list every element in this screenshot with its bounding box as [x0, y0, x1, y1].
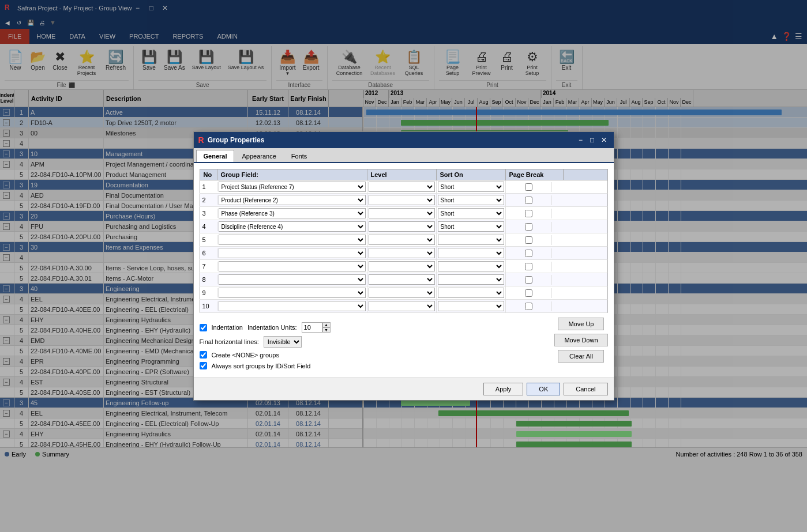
sort-select-8[interactable] — [438, 274, 504, 285]
col-break-header: Page Break — [506, 169, 564, 180]
row-no-1: 1 — [200, 182, 217, 191]
field-select-6[interactable] — [219, 248, 366, 258]
field-select-3[interactable]: Phase (Reference 3) — [219, 208, 366, 218]
clear-all-btn[interactable]: Clear All — [558, 350, 604, 363]
break-check-1[interactable] — [525, 183, 532, 191]
sort-select-10[interactable] — [438, 301, 504, 311]
level-select-10[interactable] — [369, 301, 435, 311]
tab-fonts[interactable]: Fonts — [284, 150, 315, 162]
indentation-units-label: Indentation Units: — [247, 324, 297, 331]
field-select-4[interactable]: Discipline (Reference 4) — [219, 221, 366, 232]
spin-down-btn[interactable]: ▼ — [322, 327, 331, 333]
sort-select-2[interactable]: Short — [438, 195, 504, 205]
final-lines-select[interactable]: Invisible Visible — [264, 336, 302, 348]
break-check-7[interactable] — [525, 263, 532, 270]
row-no-2: 2 — [200, 195, 217, 205]
row-level-2 — [367, 194, 437, 206]
level-select-9[interactable] — [369, 288, 435, 298]
row-break-9 — [506, 288, 552, 298]
break-check-3[interactable] — [525, 210, 532, 217]
row-break-3 — [506, 209, 552, 218]
dialog-minimize-btn[interactable]: − — [576, 135, 586, 145]
dialog-tabs: General Appearance Fonts — [194, 148, 614, 163]
sort-select-6[interactable] — [438, 248, 504, 258]
sort-select-7[interactable] — [438, 261, 504, 271]
field-select-10[interactable] — [219, 301, 366, 311]
tab-appearance[interactable]: Appearance — [234, 150, 283, 162]
row-field-8 — [217, 273, 367, 286]
row-sort-2: Short — [437, 194, 506, 206]
spin-buttons: ▲ ▼ — [322, 322, 331, 333]
field-select-2[interactable]: Product (Reference 2) — [219, 195, 366, 205]
field-select-8[interactable] — [219, 274, 366, 285]
row-field-7 — [217, 260, 367, 273]
tab-general[interactable]: General — [196, 150, 235, 162]
row-level-6 — [367, 247, 437, 259]
always-sort-row: Always sort groups by ID/Sort Field — [200, 362, 550, 369]
cancel-btn[interactable]: Cancel — [564, 383, 607, 395]
level-select-4[interactable] — [369, 221, 435, 232]
sort-select-5[interactable] — [438, 235, 504, 245]
break-check-8[interactable] — [525, 276, 532, 284]
sort-select-3[interactable]: Short — [438, 208, 504, 218]
row-sort-4: Short — [437, 220, 506, 233]
level-select-3[interactable] — [369, 208, 435, 218]
level-select-6[interactable] — [369, 248, 435, 258]
field-select-7[interactable] — [219, 261, 366, 271]
move-down-btn[interactable]: Move Down — [554, 334, 607, 346]
field-select-9[interactable] — [219, 288, 366, 298]
row-level-8 — [367, 273, 437, 286]
level-select-8[interactable] — [369, 274, 435, 285]
level-select-7[interactable] — [369, 261, 435, 271]
indentation-label: Indentation — [212, 324, 243, 331]
create-none-row: Create <NONE> groups — [200, 351, 550, 359]
row-no-9: 9 — [200, 288, 217, 297]
break-check-5[interactable] — [525, 236, 532, 244]
row-level-4 — [367, 220, 437, 233]
group-table-row: 5 — [200, 233, 608, 247]
indentation-row: Indentation Indentation Units: ▲ ▼ — [200, 322, 550, 333]
row-sort-8 — [437, 273, 506, 286]
final-lines-row: Final horizontal lines: Invisible Visibl… — [200, 336, 550, 348]
break-check-9[interactable] — [525, 289, 532, 297]
level-select-5[interactable] — [369, 235, 435, 245]
dialog-title: Group Properties — [208, 136, 265, 144]
ok-btn[interactable]: OK — [527, 383, 560, 395]
level-select-1[interactable] — [369, 182, 435, 192]
row-field-9 — [217, 286, 367, 299]
row-field-5 — [217, 233, 367, 246]
sort-select-4[interactable]: Short — [438, 221, 504, 232]
row-break-8 — [506, 275, 552, 285]
apply-btn[interactable]: Apply — [483, 383, 524, 395]
row-level-3 — [367, 207, 437, 220]
group-table-row: 6 — [200, 247, 608, 260]
break-check-6[interactable] — [525, 250, 532, 257]
create-none-checkbox[interactable] — [200, 351, 207, 359]
row-field-6 — [217, 247, 367, 259]
spin-up-btn[interactable]: ▲ — [322, 322, 331, 327]
level-select-2[interactable] — [369, 195, 435, 205]
sort-select-1[interactable]: Short — [438, 182, 504, 192]
row-sort-9 — [437, 286, 506, 299]
indentation-checkbox[interactable] — [200, 324, 207, 331]
row-sort-3: Short — [437, 207, 506, 220]
group-table-row: 2 Product (Reference 2) Short — [200, 194, 608, 207]
row-sort-6 — [437, 247, 506, 259]
dialog-maximize-btn[interactable]: □ — [587, 135, 598, 145]
break-check-4[interactable] — [525, 223, 532, 231]
indentation-units-input[interactable] — [302, 322, 322, 333]
row-no-6: 6 — [200, 248, 217, 258]
sort-select-9[interactable] — [438, 288, 504, 298]
row-break-1 — [506, 182, 552, 192]
field-select-5[interactable] — [219, 235, 366, 245]
break-check-2[interactable] — [525, 197, 532, 204]
col-level-header: Level — [367, 169, 437, 180]
row-break-10 — [506, 301, 552, 311]
field-select-1[interactable]: Project Status (Reference 7) — [219, 182, 366, 192]
always-sort-checkbox[interactable] — [200, 362, 207, 369]
group-table-row: 9 — [200, 286, 608, 300]
move-up-btn[interactable]: Move Up — [558, 318, 604, 330]
break-check-10[interactable] — [525, 303, 532, 310]
row-level-1 — [367, 180, 437, 193]
dialog-close-btn[interactable]: ✕ — [599, 135, 609, 145]
